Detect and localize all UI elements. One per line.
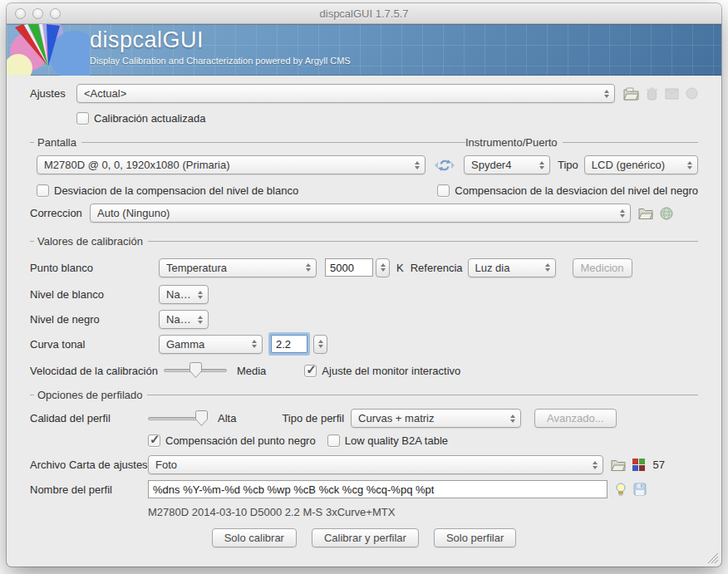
settings-label: Ajustes <box>30 87 70 100</box>
calibration-updated-checkbox[interactable] <box>76 112 89 125</box>
chevron-updown-icon <box>198 291 204 299</box>
lightbulb-icon <box>615 483 627 497</box>
correction-file-button[interactable] <box>638 207 653 219</box>
settings-select-value: <Actual> <box>84 87 599 100</box>
chevron-updown-icon <box>198 316 204 324</box>
white-drift-label: Desviacion de la compensacion del nivel … <box>54 184 298 197</box>
floppy-disk-icon <box>633 483 647 496</box>
patch-count: 57 <box>653 459 665 471</box>
settings-select[interactable]: <Actual> <box>76 84 615 103</box>
calibration-group-label: Valores de calibración <box>37 235 148 248</box>
testchart-file-button[interactable] <box>611 459 626 471</box>
profile-quality-label: Calidad del perfil <box>30 412 148 424</box>
reference-label: Referencia <box>411 262 463 274</box>
delete-settings-button[interactable] <box>646 87 658 101</box>
chevron-updown-icon <box>252 340 258 348</box>
save-icon <box>665 87 679 100</box>
black-drift-checkbox[interactable] <box>437 184 450 197</box>
detect-displays-button[interactable] <box>432 158 457 173</box>
testchart-grid-icon <box>632 458 646 472</box>
gamma-input[interactable] <box>271 335 307 353</box>
correction-select-value: Auto (Ninguno) <box>97 207 615 219</box>
banner-title: dispcalGUI <box>90 27 351 53</box>
black-drift-label: Compensacion de la desviacion del nivel … <box>455 184 698 197</box>
calibrate-only-label: Solo calibrar <box>224 532 284 544</box>
chevron-updown-icon <box>539 161 546 169</box>
white-level-value: Nativo <box>166 288 193 301</box>
profiling-group-label: Opciones de perfilado <box>37 389 147 401</box>
calibration-speed-value: Media <box>237 365 266 377</box>
calibrate-only-button[interactable]: Solo calibrar <box>212 528 297 547</box>
low-quality-b2a-checkbox[interactable] <box>327 434 340 447</box>
profile-name-input[interactable] <box>148 480 607 498</box>
testchart-editor-button[interactable] <box>632 458 646 472</box>
white-level-label: Nivel de blanco <box>30 288 159 301</box>
chevron-updown-icon <box>604 90 611 98</box>
title-bar[interactable]: dispcalGUI 1.7.5.7 <box>7 3 721 24</box>
info-icon <box>686 87 698 100</box>
slider-thumb[interactable] <box>189 362 202 378</box>
measure-button[interactable]: Medicion <box>573 258 632 277</box>
tone-curve-mode-select[interactable]: Gamma <box>159 335 263 354</box>
display-group-separator: Pantalla <box>30 135 465 149</box>
tone-curve-mode-value: Gamma <box>166 338 247 351</box>
profile-type-value: Curvas + matriz <box>358 412 505 424</box>
profiling-group-separator: Opciones de perfilado <box>30 388 698 401</box>
instrument-type-label: Tipo <box>558 159 578 171</box>
temperature-unit: K <box>396 262 404 274</box>
testchart-select[interactable]: Foto <box>148 455 603 474</box>
interactive-adjustment-checkbox[interactable] <box>304 365 317 377</box>
correction-label: Correccion <box>30 207 83 219</box>
save-profile-name-button[interactable] <box>633 483 647 496</box>
correction-select[interactable]: Auto (Ninguno) <box>90 204 631 223</box>
reference-select-value: Luz dia <box>475 262 540 274</box>
reference-select[interactable]: Luz dia <box>468 258 556 277</box>
instrument-select[interactable]: Spyder4 <box>464 155 550 174</box>
temperature-stepper[interactable] <box>376 258 390 277</box>
testchart-label: Archivo Carta de ajustes <box>30 459 148 471</box>
whitepoint-mode-select[interactable]: Temperatura <box>159 258 317 277</box>
calibration-speed-label: Velocidad de la calibración <box>30 365 158 377</box>
temperature-input[interactable] <box>325 258 373 277</box>
white-level-select[interactable]: Nativo <box>159 285 209 304</box>
calibrate-and-profile-label: Calibrar y perfilar <box>324 532 406 544</box>
display-select-value: M2780D @ 0, 0, 1920x1080 (Primaria) <box>44 159 410 171</box>
gamma-stepper[interactable] <box>313 335 327 354</box>
profile-quality-value: Alta <box>218 412 236 424</box>
resize-grip[interactable] <box>707 552 719 564</box>
white-drift-checkbox[interactable] <box>37 184 49 197</box>
load-settings-button[interactable] <box>623 87 639 101</box>
refresh-icon <box>432 158 457 173</box>
instrument-type-value: LCD (genérico) <box>592 159 682 171</box>
correction-web-button[interactable] <box>660 207 673 220</box>
profile-only-button[interactable]: Solo perfilar <box>434 528 516 547</box>
profile-name-info-button[interactable] <box>615 483 627 497</box>
info-button[interactable] <box>686 87 698 100</box>
low-quality-b2a-label: Low quality B2A table <box>345 434 448 447</box>
tone-curve-label: Curva tonal <box>30 338 159 351</box>
instrument-group-label: Instrumento/Puerto <box>465 136 563 149</box>
calibrate-and-profile-button[interactable]: Calibrar y perfilar <box>312 528 419 547</box>
black-level-select[interactable]: Nativo <box>159 310 209 329</box>
display-select[interactable]: M2780D @ 0, 0, 1920x1080 (Primaria) <box>37 155 425 174</box>
chevron-updown-icon <box>306 263 312 272</box>
advanced-button-label: Avanzado... <box>547 412 603 424</box>
globe-icon <box>660 207 673 220</box>
slider-thumb[interactable] <box>195 410 208 426</box>
trash-icon <box>646 87 658 101</box>
black-point-compensation-checkbox[interactable] <box>148 434 160 447</box>
testchart-select-value: Foto <box>155 459 588 471</box>
profile-name-preview: M2780D 2014-03-10 D5000 2.2 M-S 3xCurve+… <box>148 506 395 518</box>
instrument-group-separator: Instrumento/Puerto <box>465 135 698 149</box>
display-group-label: Pantalla <box>37 136 81 149</box>
calibration-group-separator: Valores de calibración <box>30 234 698 248</box>
instrument-type-select[interactable]: LCD (genérico) <box>584 155 698 174</box>
save-settings-button[interactable] <box>665 87 679 100</box>
folder-open-icon <box>611 459 626 471</box>
calibration-speed-slider[interactable] <box>164 362 227 379</box>
app-banner: dispcalGUI Display Calibration and Chara… <box>7 24 721 76</box>
advanced-button[interactable]: Avanzado... <box>534 409 616 428</box>
profile-type-select[interactable]: Curvas + matriz <box>351 409 521 428</box>
profile-quality-slider[interactable] <box>148 410 208 427</box>
banner-subtitle: Display Calibration and Characterization… <box>90 56 351 66</box>
